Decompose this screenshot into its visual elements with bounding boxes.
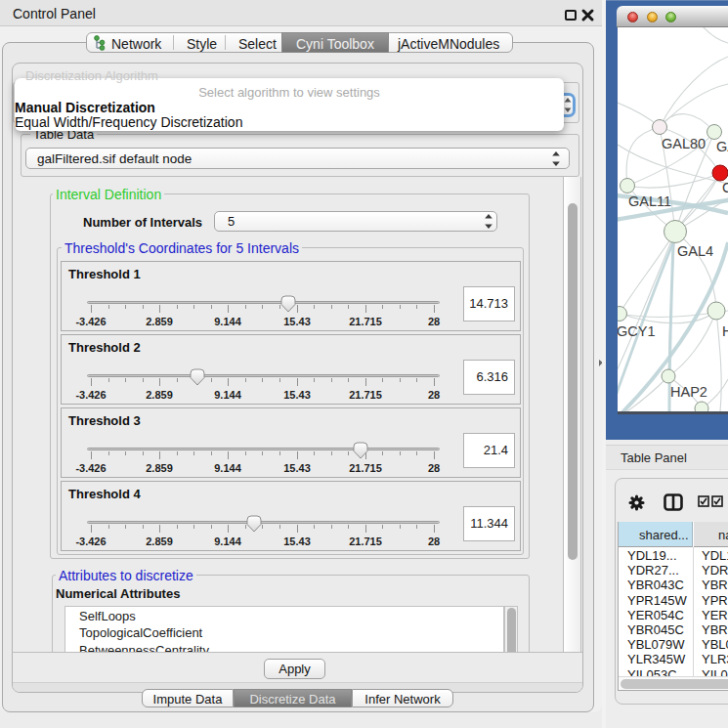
svg-text:GAL80: GAL80 [662,136,706,151]
svg-text:GAL11: GAL11 [628,193,671,209]
svg-text:GAL4: GAL4 [677,243,713,259]
svg-text:C: C [722,180,728,195]
svg-text:GA: GA [716,139,728,154]
svg-text:HAP2: HAP2 [670,384,707,400]
svg-text:H: H [722,323,728,339]
svg-text:GCY1: GCY1 [618,323,656,339]
